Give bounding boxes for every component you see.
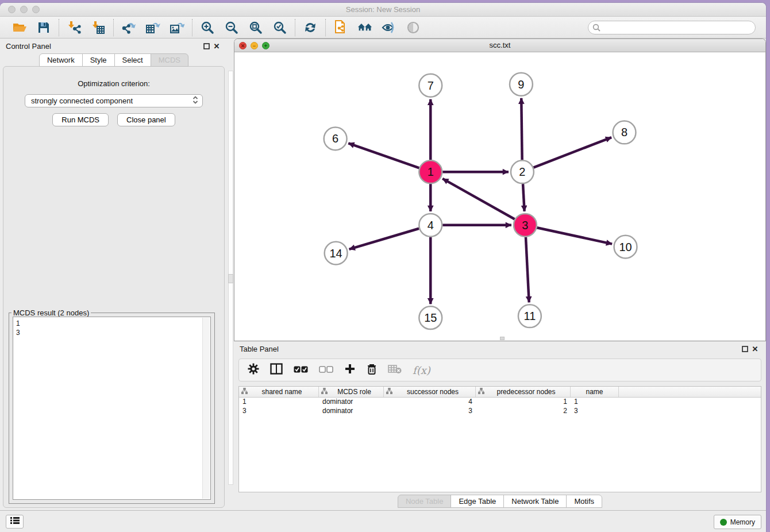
task-history-button[interactable] [6,515,24,529]
home-icon[interactable] [357,20,372,35]
table-cell[interactable]: 3 [239,407,319,416]
mcds-result-list[interactable]: 1 3 [13,317,211,500]
hierarchy-icon [241,388,248,396]
table-cell[interactable]: dominator [319,398,384,407]
deselect-all-icon[interactable] [319,365,333,375]
node-label-15: 15 [424,311,437,324]
split-view-icon[interactable] [270,363,283,377]
tab-edge-table[interactable]: Edge Table [451,495,504,508]
open-icon[interactable] [12,20,27,35]
memory-status-icon [720,519,727,526]
tab-select[interactable]: Select [114,53,151,67]
criterion-dropdown[interactable]: strongly connected component [25,94,203,107]
save-icon[interactable] [36,20,51,35]
column-label: shared name [248,388,316,396]
close-window-button[interactable] [8,6,16,13]
edge-3-10[interactable] [537,228,612,244]
tab-style[interactable]: Style [82,53,115,67]
zoom-in-icon[interactable] [200,20,215,35]
table-header-row: shared nameMCDS rolesuccessor nodesprede… [239,387,761,398]
table-cell[interactable]: 4 [384,398,476,407]
table-cell[interactable]: 1 [476,398,571,407]
splitter-grip[interactable] [228,274,233,283]
tab-network[interactable]: Network [39,53,83,67]
mcds-result-title: MCDS result (2 nodes) [11,309,91,317]
status-bar: Memory [0,510,766,532]
edge-2-9[interactable] [521,98,522,160]
network-canvas[interactable]: 7968124314101511 [234,52,765,341]
control-panel-title: Control Panel [6,42,201,51]
main-area: Control Panel ✕ NetworkStyleSelectMCDS O… [0,38,766,510]
tab-network-table[interactable]: Network Table [503,495,567,508]
tab-node-table[interactable]: Node Table [398,495,452,508]
network-close-button[interactable]: ✕ [239,42,247,49]
search-input[interactable] [588,21,756,34]
node-table[interactable]: shared nameMCDS rolesuccessor nodesprede… [238,386,761,492]
edge-1-6[interactable] [348,143,419,168]
table-cell[interactable]: 3 [571,407,619,416]
table-toolbar: f(x) [238,358,761,381]
select-all-icon[interactable] [294,365,308,375]
export-table-icon[interactable] [145,20,160,35]
edge-2-8[interactable] [533,137,611,168]
table-cell[interactable]: dominator [319,407,384,416]
minimize-window-button[interactable] [20,6,28,13]
edge-3-1[interactable] [442,179,515,219]
memory-button[interactable]: Memory [714,515,761,529]
table-cell[interactable]: 1 [571,398,619,407]
table-row[interactable]: 3dominator323 [239,407,761,416]
fit-content-icon[interactable] [248,20,263,35]
column-label: successor nodes [392,388,473,396]
edge-3-11[interactable] [526,237,529,303]
node-label-1: 1 [428,165,434,178]
hide-icon[interactable] [382,20,396,35]
close-table-panel-icon[interactable]: ✕ [750,344,760,354]
column-header-name[interactable]: name [571,387,619,397]
table-cell[interactable]: 3 [384,407,476,416]
control-panel-tabs: NetworkStyleSelectMCDS [0,53,228,67]
zoom-window-button[interactable] [32,6,40,13]
table-panel-header: Table Panel ✕ [234,341,766,356]
network-maximize-button[interactable]: + [262,42,270,49]
network-graph[interactable]: 7968124314101511 [234,52,765,341]
clone-network-icon[interactable] [333,20,348,35]
zoom-selected-icon[interactable] [272,20,287,35]
column-header-MCDS-role[interactable]: MCDS role [319,387,384,397]
export-network-icon[interactable] [121,20,136,35]
zoom-out-icon[interactable] [224,20,239,35]
table-row[interactable]: 1dominator411 [239,398,761,407]
panel-splitter[interactable] [228,38,234,510]
table-panel-title: Table Panel [240,345,740,353]
import-network-icon[interactable] [67,20,82,35]
float-panel-icon[interactable] [201,41,211,51]
function-builder-icon: f(x) [413,364,430,376]
column-header-predecessor-nodes[interactable]: predecessor nodes [476,387,571,397]
edge-2-3[interactable] [523,184,525,211]
optimization-criterion-label: Optimization criterion: [3,79,224,88]
table-cell[interactable]: 2 [476,407,571,416]
run-mcds-button[interactable]: Run MCDS [52,113,109,126]
close-panel-icon[interactable]: ✕ [211,41,222,51]
network-window-controls: ✕ − + [239,42,270,49]
network-minimize-button[interactable]: − [251,42,258,49]
export-image-icon[interactable] [170,20,184,35]
hierarchy-icon [478,388,484,396]
table-cell[interactable]: 1 [239,398,319,407]
float-table-panel-icon[interactable] [740,344,750,354]
show-icon [406,20,421,35]
settings-gear-icon[interactable] [248,363,259,377]
column-header-successor-nodes[interactable]: successor nodes [384,387,476,397]
table-panel: Table Panel ✕ [234,341,766,510]
edge-4-14[interactable] [349,229,419,249]
stepper-arrows-icon [192,95,199,106]
network-splitter-grip[interactable] [500,337,505,340]
delete-icon[interactable] [367,363,377,377]
result-scrollbar[interactable] [202,318,210,499]
import-table-icon[interactable] [91,20,106,35]
add-column-icon[interactable] [344,363,356,377]
column-header-shared-name[interactable]: shared name [239,387,319,397]
refresh-icon[interactable] [303,20,318,35]
close-panel-button[interactable]: Close panel [117,113,175,126]
tab-mcds[interactable]: MCDS [151,53,188,67]
tab-motifs[interactable]: Motifs [566,495,602,508]
